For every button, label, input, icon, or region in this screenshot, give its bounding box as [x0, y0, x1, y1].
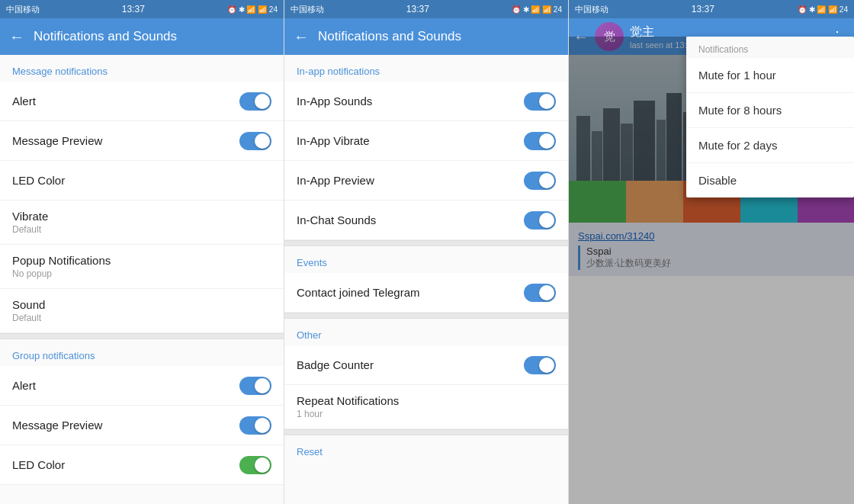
setting-inapp-sounds: In-App Sounds — [284, 82, 568, 121]
dropdown-menu: Notifications Mute for 1 hour Mute for 8… — [686, 37, 854, 197]
status-bar-1: 中国移动 13:37 ⏰ ✱ 📶 📶 24 — [0, 0, 284, 18]
message-preview-toggle[interactable] — [239, 132, 271, 150]
inapp-sounds-label: In-App Sounds — [297, 95, 372, 108]
setting-alert: Alert — [0, 82, 284, 121]
divider-1 — [0, 333, 284, 339]
content-1: Message notifications Alert Message Prev… — [0, 55, 284, 504]
panel-2: 中国移动 13:37 ⏰ ✱ 📶 📶 24 ← Notifications an… — [284, 0, 569, 504]
dropdown-mute-1hour[interactable]: Mute for 1 hour — [686, 58, 854, 93]
content-2: In-app notifications In-App Sounds In-Ap… — [284, 55, 568, 504]
contact-joined-label: Contact joined Telegram — [297, 286, 419, 299]
panel-3: 中国移动 13:37 ⏰ ✱ 📶 📶 24 ← 觉 觉主 last seen a… — [569, 0, 854, 504]
dropdown-mute-8hours[interactable]: Mute for 8 hours — [686, 93, 854, 128]
app-bar-1: ← Notifications and Sounds — [0, 18, 284, 55]
section-group-notifications: Group notifications — [0, 339, 284, 366]
page-title-1: Notifications and Sounds — [34, 29, 274, 44]
carrier-1: 中国移动 — [6, 4, 40, 15]
time-3: 13:37 — [692, 4, 714, 14]
divider-3 — [284, 313, 568, 319]
setting-inchat-sounds: In-Chat Sounds — [284, 201, 568, 240]
section-message-notifications: Message notifications — [0, 55, 284, 82]
sound-sublabel: Default — [12, 313, 45, 323]
section-inapp: In-app notifications — [284, 55, 568, 82]
status-bar-2: 中国移动 13:37 ⏰ ✱ 📶 📶 24 — [284, 0, 568, 18]
setting-led-color[interactable]: LED Color — [0, 161, 284, 201]
setting-message-preview: Message Preview — [0, 121, 284, 161]
status-icons-1: ⏰ ✱ 📶 📶 24 — [227, 5, 278, 14]
repeat-notifications-sublabel: 1 hour — [297, 409, 399, 419]
setting-sound[interactable]: Sound Default — [0, 289, 284, 333]
inapp-preview-toggle[interactable] — [524, 172, 556, 190]
back-button-1[interactable]: ← — [9, 28, 24, 46]
message-preview-label: Message Preview — [12, 134, 102, 147]
dropdown-section-label: Notifications — [686, 37, 854, 58]
group-led-toggle[interactable] — [239, 456, 271, 474]
time-2: 13:37 — [406, 4, 429, 14]
inapp-sounds-toggle[interactable] — [524, 92, 556, 111]
repeat-notifications-label: Repeat Notifications — [297, 394, 399, 407]
group-alert-label: Alert — [12, 379, 36, 392]
panel-1: 中国移动 13:37 ⏰ ✱ 📶 📶 24 ← Notifications an… — [0, 0, 284, 504]
setting-repeat-notifications[interactable]: Repeat Notifications 1 hour — [284, 385, 568, 429]
divider-2 — [284, 240, 568, 246]
carrier-3: 中国移动 — [575, 4, 608, 15]
status-icons-3: ⏰ ✱ 📶 📶 24 — [798, 5, 848, 14]
group-message-preview-toggle[interactable] — [239, 416, 271, 435]
badge-counter-toggle[interactable] — [524, 356, 556, 374]
led-color-label: LED Color — [12, 174, 65, 187]
setting-inapp-vibrate: In-App Vibrate — [284, 121, 568, 161]
setting-inapp-preview: In-App Preview — [284, 161, 568, 201]
vibrate-sublabel: Default — [12, 224, 48, 235]
divider-4 — [284, 429, 568, 435]
setting-badge-counter: Badge Counter — [284, 345, 568, 385]
dropdown-mute-2days[interactable]: Mute for 2 days — [686, 128, 854, 163]
setting-popup[interactable]: Popup Notifications No popup — [0, 245, 284, 289]
dropdown-disable[interactable]: Disable — [686, 163, 854, 197]
inapp-preview-label: In-App Preview — [297, 174, 374, 187]
page-title-2: Notifications and Sounds — [318, 29, 559, 44]
setting-contact-joined: Contact joined Telegram — [284, 273, 568, 313]
section-events: Events — [284, 246, 568, 273]
sound-label: Sound — [12, 298, 45, 311]
section-other: Other — [284, 319, 568, 345]
inchat-sounds-toggle[interactable] — [524, 211, 556, 230]
app-bar-2: ← Notifications and Sounds — [284, 18, 568, 55]
section-reset: Reset — [284, 435, 568, 462]
status-icons-2: ⏰ ✱ 📶 📶 24 — [512, 5, 562, 14]
group-alert-toggle[interactable] — [239, 377, 271, 395]
setting-group-message-preview: Message Preview — [0, 406, 284, 445]
inapp-vibrate-toggle[interactable] — [524, 132, 556, 150]
setting-group-led: LED Color — [0, 445, 284, 485]
popup-sublabel: No popup — [12, 268, 111, 279]
carrier-2: 中国移动 — [291, 4, 324, 15]
alert-label: Alert — [12, 95, 36, 108]
setting-group-alert: Alert — [0, 366, 284, 406]
contact-joined-toggle[interactable] — [524, 284, 556, 302]
popup-label: Popup Notifications — [12, 254, 111, 267]
status-bar-3: 中国移动 13:37 ⏰ ✱ 📶 📶 24 — [569, 0, 854, 18]
back-button-2[interactable]: ← — [294, 28, 309, 46]
vibrate-label: Vibrate — [12, 210, 48, 223]
badge-counter-label: Badge Counter — [297, 358, 374, 371]
time-1: 13:37 — [122, 4, 145, 14]
inapp-vibrate-label: In-App Vibrate — [297, 134, 370, 147]
alert-toggle[interactable] — [239, 92, 271, 111]
group-led-label: LED Color — [12, 458, 65, 471]
group-message-preview-label: Message Preview — [12, 419, 102, 432]
setting-vibrate[interactable]: Vibrate Default — [0, 201, 284, 245]
inchat-sounds-label: In-Chat Sounds — [297, 213, 376, 226]
